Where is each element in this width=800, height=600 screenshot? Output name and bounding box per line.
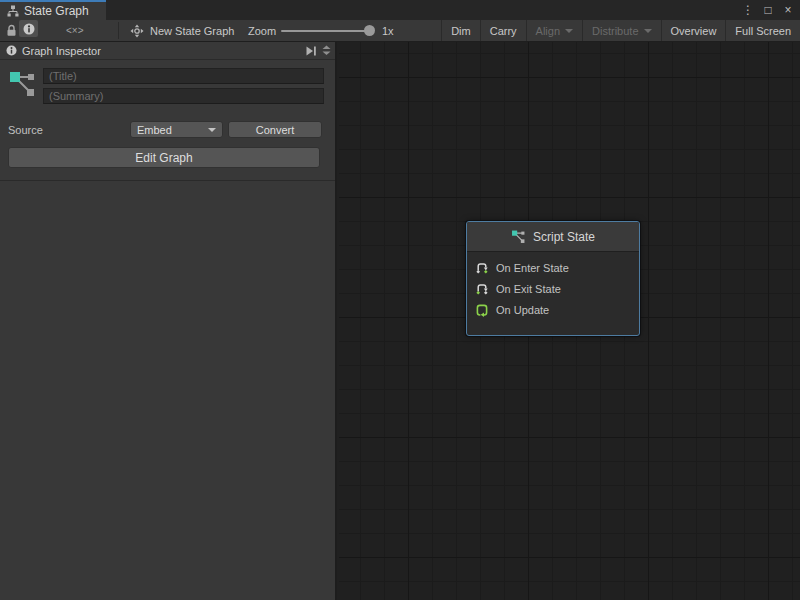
graph-info-section: Source Embed Convert Edit Graph [0,60,335,181]
script-state-node-body: On Enter State On Exit State [467,252,639,320]
state-graph-asset-icon [130,24,144,38]
graph-canvas[interactable]: Script State On Enter State [339,42,800,600]
summary-input[interactable] [43,88,324,104]
node-row-on-enter-state[interactable]: On Enter State [467,257,639,278]
zoom-slider-knob[interactable] [364,25,375,36]
zoom-label: Zoom [248,20,276,41]
info-icon [6,45,17,56]
spinner-arrows-icon[interactable] [322,45,331,56]
window-menu-icon[interactable]: ⋮ [740,3,756,17]
dock-inspector-icon[interactable] [305,46,317,56]
toolbar-divider [118,22,119,39]
graph-tab-icon [7,5,19,17]
edit-graph-button[interactable]: Edit Graph [8,147,320,168]
code-view-button[interactable]: <×> [66,20,84,41]
dim-button[interactable]: Dim [441,20,480,41]
node-title: Script State [533,230,595,244]
code-icon: <×> [66,25,84,36]
script-state-node[interactable]: Script State On Enter State [466,221,640,336]
source-dropdown[interactable]: Embed [130,121,223,138]
full-screen-button[interactable]: Full Screen [725,20,800,41]
window-controls: ⋮ □ × [740,0,796,20]
exit-state-icon [475,282,489,296]
node-row-on-exit-state[interactable]: On Exit State [467,278,639,299]
source-dropdown-value: Embed [137,124,172,136]
titlebar: State Graph ⋮ □ × [0,0,800,20]
convert-button[interactable]: Convert [228,121,322,138]
update-loop-icon [475,303,489,317]
enter-state-icon [475,261,489,275]
info-icon [23,23,35,35]
new-state-graph-button[interactable]: New State Graph [130,20,234,41]
overview-button[interactable]: Overview [661,20,726,41]
panel-title: Graph Inspector [22,45,101,57]
distribute-dropdown[interactable]: Distribute [582,20,660,41]
source-label: Source [8,124,43,136]
toolbar-right-group: Dim Carry Align Distribute Overview Full… [441,20,800,41]
inspector-empty-area [0,181,335,600]
script-state-node-header[interactable]: Script State [467,222,639,252]
close-icon[interactable]: × [780,3,796,17]
chevron-down-icon [644,29,652,33]
maximize-icon[interactable]: □ [760,3,776,17]
graph-inspector-panel: Graph Inspector Source Embed [0,42,337,600]
graph-asset-icon [511,229,526,244]
zoom-slider-track[interactable] [281,30,374,32]
inspector-toggle-button[interactable] [19,20,38,37]
chevron-down-icon [565,29,573,33]
tab-label: State Graph [24,4,89,18]
align-dropdown[interactable]: Align [526,20,582,41]
lock-button[interactable] [6,20,17,41]
chevron-down-icon [208,128,216,132]
zoom-value: 1x [382,20,394,41]
graph-asset-icon [9,69,36,98]
lock-icon [6,24,17,37]
state-graph-window: State Graph ⋮ □ × <×> [0,0,800,600]
toolbar: <×> New State Graph Zoom 1x Dim [0,20,800,42]
tab-state-graph[interactable]: State Graph [0,0,106,20]
graph-inspector-header: Graph Inspector [0,42,335,60]
title-input[interactable] [43,68,324,84]
node-row-on-update[interactable]: On Update [467,299,639,320]
carry-button[interactable]: Carry [480,20,526,41]
new-state-graph-label: New State Graph [150,25,234,37]
